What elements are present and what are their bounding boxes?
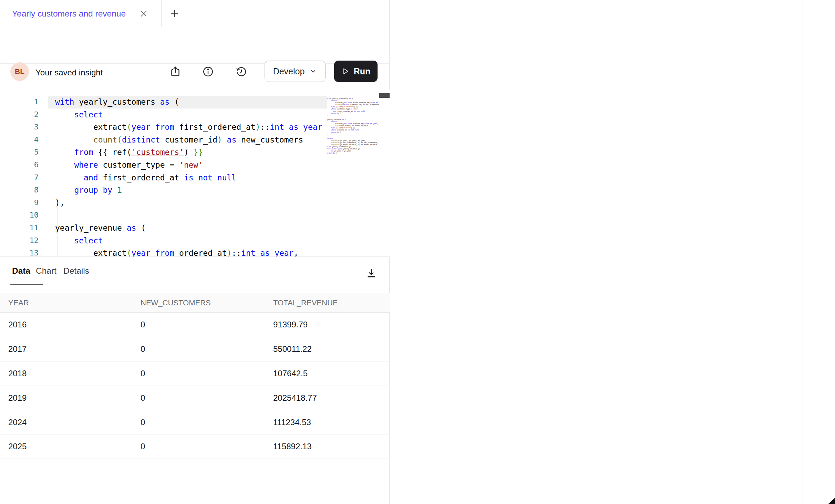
app-window: Yearly customers and revenue BL Your sav… xyxy=(0,0,835,504)
table-cell: 115892.13 xyxy=(273,434,312,459)
tab-chart[interactable]: Chart xyxy=(36,257,56,285)
code-line: count(distinct customer_id) as new_custo… xyxy=(55,134,327,146)
code-line: where customer_type = 'new' xyxy=(55,159,327,171)
code-line xyxy=(55,209,327,222)
line-number: 6 xyxy=(0,159,39,171)
download-results-icon[interactable] xyxy=(365,267,378,280)
table-cell: 2025418.77 xyxy=(273,386,317,410)
tab-bar: Yearly customers and revenue xyxy=(0,0,390,27)
table-cell: 0 xyxy=(141,386,145,410)
editor-panel: Yearly customers and revenue BL Your sav… xyxy=(0,0,390,504)
results-table-header: YEAR NEW_CUSTOMERS TOTAL_REVENUE xyxy=(0,293,390,313)
table-cell: 91399.79 xyxy=(273,313,308,337)
editor-minimap[interactable]: with yearly_customers as ( select extrac… xyxy=(327,98,379,155)
sql-editor[interactable]: 1234567891011121314151617181920212223242… xyxy=(0,90,390,256)
tab-divider xyxy=(161,0,162,27)
table-cell: 0 xyxy=(141,361,145,386)
line-number: 1 xyxy=(0,96,39,108)
table-row: 2016091399.79 xyxy=(0,313,390,337)
code-line: group by 1 xyxy=(55,184,327,197)
table-row: 20170550011.22 xyxy=(0,337,390,361)
line-number: 7 xyxy=(0,171,39,184)
code-line: yearly_revenue as ( xyxy=(55,222,327,234)
line-number: 10 xyxy=(0,209,39,222)
table-cell: 0 xyxy=(141,434,145,459)
table-row: 20180107642.5 xyxy=(0,361,390,386)
column-header-total-revenue: TOTAL_REVENUE xyxy=(273,293,338,312)
insight-header: BL Your saved insight Develop Run xyxy=(0,27,390,64)
table-cell: 0 xyxy=(141,410,145,434)
line-number-gutter: 1234567891011121314151617181920212223242… xyxy=(0,96,39,256)
tab-yearly-customers[interactable]: Yearly customers and revenue xyxy=(12,0,126,27)
active-tab-underline xyxy=(10,284,43,285)
table-cell: 2019 xyxy=(8,386,27,410)
table-row: 20250115892.13 xyxy=(0,434,390,459)
code-line: with yearly_customers as ( xyxy=(55,96,327,108)
code-line: ), xyxy=(55,197,327,209)
table-cell: 0 xyxy=(141,313,145,337)
tab-data[interactable]: Data xyxy=(12,257,30,285)
column-header-year: YEAR xyxy=(8,293,29,312)
line-number: 4 xyxy=(0,134,39,146)
line-number: 5 xyxy=(0,146,39,159)
line-number: 9 xyxy=(0,197,39,209)
table-row: 20240111234.53 xyxy=(0,410,390,435)
tab-details[interactable]: Details xyxy=(63,257,89,285)
table-cell: 0 xyxy=(141,337,145,361)
results-tab-bar: Data Chart Details xyxy=(0,256,390,286)
cursor-artifact xyxy=(827,497,835,504)
line-number: 13 xyxy=(0,247,39,256)
code-area[interactable]: with yearly_customers as ( select extrac… xyxy=(55,96,327,256)
line-number: 11 xyxy=(0,222,39,234)
code-line: and first_ordered_at is not null xyxy=(55,171,327,184)
minimap-line: order by 1 xyxy=(327,152,379,154)
results-table-body: 2016091399.7920170550011.2220180107642.5… xyxy=(0,313,390,459)
table-cell: 111234.53 xyxy=(273,410,311,434)
table-cell: 2025 xyxy=(8,434,27,459)
code-line: extract(year from ordered_at)::int as ye… xyxy=(55,247,327,256)
new-tab-button[interactable] xyxy=(167,6,182,21)
table-cell: 550011.22 xyxy=(273,337,312,361)
column-header-new-customers: NEW_CUSTOMERS xyxy=(141,293,211,312)
line-number: 2 xyxy=(0,108,39,121)
code-line: select xyxy=(55,108,327,121)
line-number: 3 xyxy=(0,121,39,134)
table-cell: 2017 xyxy=(8,337,27,361)
table-cell: 2016 xyxy=(8,313,27,337)
line-number: 12 xyxy=(0,234,39,247)
status-row: Query completed in 4s Environment: PROD … xyxy=(0,64,390,90)
table-cell: 2024 xyxy=(8,410,27,434)
code-line: select xyxy=(55,234,327,247)
code-line: extract(year from first_ordered_at)::int… xyxy=(55,121,327,134)
query-history-panel: Query history Status All Annual Customer… xyxy=(390,0,803,504)
table-cell: 107642.5 xyxy=(273,361,308,386)
table-cell: 2018 xyxy=(8,361,27,386)
tab-close-icon[interactable] xyxy=(137,8,150,20)
editor-scrollbar-thumb[interactable] xyxy=(379,93,390,98)
code-line: from {{ ref('customers') }} xyxy=(55,146,327,159)
table-row: 201902025418.77 xyxy=(0,386,390,410)
right-toolbar xyxy=(803,0,835,504)
line-number: 8 xyxy=(0,184,39,197)
